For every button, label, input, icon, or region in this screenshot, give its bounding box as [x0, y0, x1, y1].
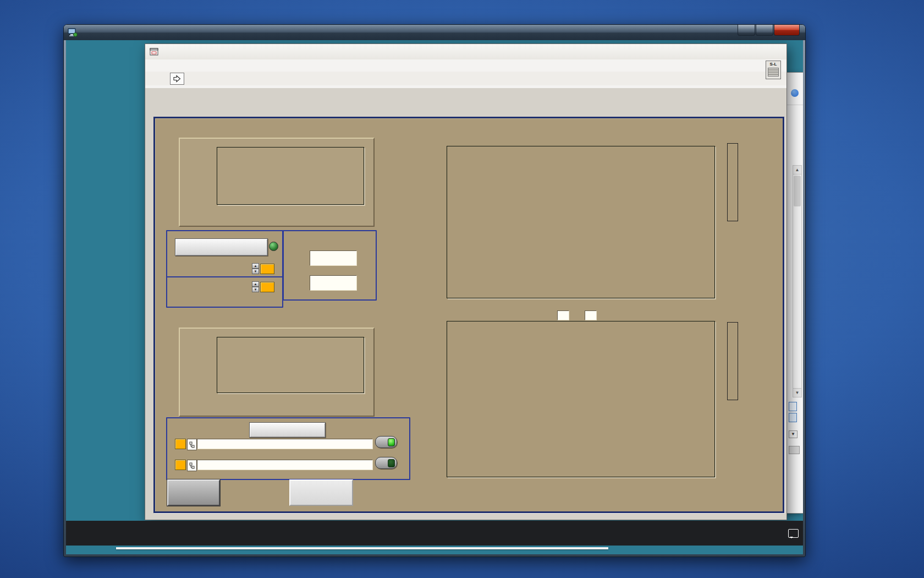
spin-down-icon: ▼ [252, 269, 259, 274]
tab-page: ▲▼ ▲▼ [145, 102, 787, 520]
stop-software-button[interactable] [167, 479, 220, 506]
doppler-plot[interactable] [447, 321, 715, 477]
snr-spinner[interactable]: ▲▼ [252, 281, 259, 292]
toolbar: S-L [145, 72, 787, 86]
divider [787, 105, 803, 105]
backscatter-colorbar [727, 143, 738, 221]
processed-logging-toggle[interactable] [375, 436, 397, 448]
run-arrow-icon [173, 75, 181, 83]
on-lamp-icon [388, 438, 395, 446]
average-total-field [585, 310, 597, 320]
front-panel: ▲▼ ▲▼ [153, 117, 784, 513]
el-value-field[interactable] [310, 275, 357, 291]
doc-icon[interactable] [789, 402, 797, 411]
small-panel [789, 446, 800, 454]
processed-drive-box[interactable] [175, 439, 186, 449]
taskbar [66, 521, 803, 546]
raw-drive-box[interactable] [175, 460, 186, 470]
scroll-down-icon[interactable]: ▼ [793, 388, 801, 397]
notification-icon[interactable] [788, 529, 799, 538]
spin-down-icon: ▼ [252, 287, 259, 292]
renew-background-button[interactable] [175, 238, 268, 256]
restart-processed-file-button[interactable] [249, 422, 326, 438]
raw-browse-icon[interactable] [187, 460, 197, 471]
scroll-up-icon[interactable]: ▲ [793, 166, 801, 175]
vi-icon [150, 48, 158, 56]
tab-strip [145, 88, 787, 102]
menu-bar [145, 59, 787, 72]
change-lidar-settings-button[interactable] [289, 479, 353, 506]
average-number-field[interactable] [557, 310, 569, 320]
rdp-titlebar[interactable] [64, 25, 805, 40]
processed-path-field[interactable] [197, 439, 373, 449]
labview-window: S-L ▲▼ [145, 43, 787, 520]
spin-up-icon: ▲ [252, 263, 259, 269]
renew-led-indicator [269, 242, 278, 251]
spin-up-icon: ▲ [252, 281, 259, 287]
rdp-minimize-button[interactable] [738, 25, 755, 36]
snr-value-field[interactable] [260, 282, 274, 292]
labview-titlebar[interactable] [145, 44, 787, 60]
scroll-thumb[interactable] [794, 176, 801, 206]
rays-value-field[interactable] [260, 264, 274, 274]
help-icon[interactable] [791, 89, 799, 97]
bottom-edge-line [116, 547, 608, 549]
processed-browse-icon[interactable] [187, 439, 197, 450]
velocity-plot[interactable] [217, 337, 364, 393]
remote-desktop: ▲ ▼ ▼ [66, 40, 803, 554]
ascope-plot[interactable] [217, 147, 364, 205]
run-button[interactable] [170, 73, 184, 85]
background-window[interactable]: ▲ ▼ ▼ [786, 72, 803, 514]
rdp-icon [68, 28, 78, 37]
off-lamp-icon [388, 459, 395, 467]
raw-logging-toggle[interactable] [375, 457, 397, 469]
vi-panel-icon: S-L [766, 61, 781, 79]
doppler-colorbar [727, 322, 738, 400]
raw-path-field[interactable] [197, 460, 373, 470]
rdp-window: ▲ ▼ ▼ [63, 24, 806, 557]
dropdown-chevron-icon[interactable]: ▼ [789, 430, 798, 438]
doc-icon-2[interactable] [789, 413, 797, 422]
rays-spinner[interactable]: ▲▼ [252, 263, 259, 274]
az-value-field[interactable] [310, 250, 357, 266]
backscatter-plot[interactable] [447, 146, 715, 298]
rdp-close-button[interactable] [774, 25, 800, 36]
rdp-maximize-button[interactable] [756, 25, 773, 36]
scrollbar[interactable]: ▲ ▼ [793, 165, 802, 397]
